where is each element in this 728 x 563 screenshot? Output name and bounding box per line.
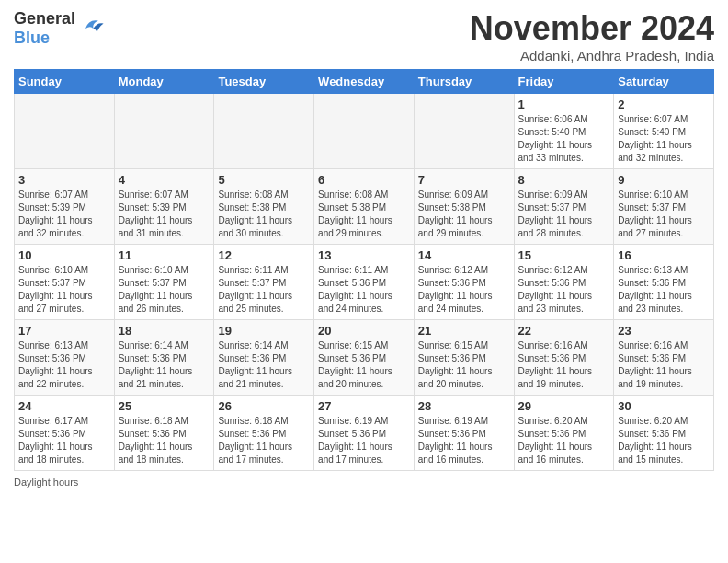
title-block: November 2024 Addanki, Andhra Pradesh, I… bbox=[470, 9, 714, 63]
header-cell-monday: Monday bbox=[114, 70, 214, 94]
day-number: 12 bbox=[218, 248, 310, 262]
day-info: Sunrise: 6:17 AM Sunset: 5:36 PM Dayligh… bbox=[18, 415, 110, 466]
header-cell-sunday: Sunday bbox=[15, 70, 115, 94]
day-cell: 14Sunrise: 6:12 AM Sunset: 5:36 PM Dayli… bbox=[414, 245, 514, 320]
day-cell: 8Sunrise: 6:09 AM Sunset: 5:37 PM Daylig… bbox=[514, 169, 614, 245]
day-cell bbox=[114, 94, 214, 169]
day-cell bbox=[214, 94, 314, 169]
day-number: 4 bbox=[119, 173, 210, 187]
day-cell: 15Sunrise: 6:12 AM Sunset: 5:36 PM Dayli… bbox=[514, 245, 614, 320]
day-cell: 19Sunrise: 6:14 AM Sunset: 5:36 PM Dayli… bbox=[214, 320, 314, 396]
day-info: Sunrise: 6:14 AM Sunset: 5:36 PM Dayligh… bbox=[218, 339, 310, 391]
day-cell: 28Sunrise: 6:19 AM Sunset: 5:36 PM Dayli… bbox=[414, 396, 514, 471]
logo: General Blue bbox=[14, 9, 105, 48]
day-info: Sunrise: 6:07 AM Sunset: 5:39 PM Dayligh… bbox=[18, 189, 110, 240]
day-cell: 25Sunrise: 6:18 AM Sunset: 5:36 PM Dayli… bbox=[114, 396, 214, 471]
week-row-3: 10Sunrise: 6:10 AM Sunset: 5:37 PM Dayli… bbox=[15, 245, 714, 320]
day-cell: 29Sunrise: 6:20 AM Sunset: 5:36 PM Dayli… bbox=[514, 396, 614, 471]
day-number: 20 bbox=[318, 324, 410, 338]
day-cell: 24Sunrise: 6:17 AM Sunset: 5:36 PM Dayli… bbox=[15, 396, 115, 471]
day-number: 6 bbox=[318, 173, 410, 187]
day-number: 5 bbox=[218, 173, 310, 187]
day-info: Sunrise: 6:19 AM Sunset: 5:36 PM Dayligh… bbox=[318, 415, 410, 466]
week-row-4: 17Sunrise: 6:13 AM Sunset: 5:36 PM Dayli… bbox=[15, 320, 714, 396]
day-cell: 21Sunrise: 6:15 AM Sunset: 5:36 PM Dayli… bbox=[414, 320, 514, 396]
day-cell: 2Sunrise: 6:07 AM Sunset: 5:40 PM Daylig… bbox=[614, 94, 714, 169]
day-number: 13 bbox=[318, 248, 410, 262]
day-number: 2 bbox=[618, 98, 710, 111]
day-info: Sunrise: 6:09 AM Sunset: 5:38 PM Dayligh… bbox=[418, 189, 510, 240]
month-title: November 2024 bbox=[470, 9, 714, 48]
day-info: Sunrise: 6:16 AM Sunset: 5:36 PM Dayligh… bbox=[618, 339, 710, 391]
header-cell-tuesday: Tuesday bbox=[214, 70, 314, 94]
day-number: 10 bbox=[18, 248, 110, 262]
day-cell: 22Sunrise: 6:16 AM Sunset: 5:36 PM Dayli… bbox=[514, 320, 614, 396]
calendar-table: SundayMondayTuesdayWednesdayThursdayFrid… bbox=[14, 69, 714, 471]
day-info: Sunrise: 6:20 AM Sunset: 5:36 PM Dayligh… bbox=[518, 415, 610, 466]
logo-blue: Blue bbox=[14, 29, 75, 48]
day-cell: 30Sunrise: 6:20 AM Sunset: 5:36 PM Dayli… bbox=[614, 396, 714, 471]
day-number: 15 bbox=[518, 248, 610, 262]
day-number: 22 bbox=[518, 324, 610, 338]
day-cell: 5Sunrise: 6:08 AM Sunset: 5:38 PM Daylig… bbox=[214, 169, 314, 245]
day-info: Sunrise: 6:12 AM Sunset: 5:36 PM Dayligh… bbox=[518, 264, 610, 316]
day-info: Sunrise: 6:16 AM Sunset: 5:36 PM Dayligh… bbox=[518, 339, 610, 391]
week-row-5: 24Sunrise: 6:17 AM Sunset: 5:36 PM Dayli… bbox=[15, 396, 714, 471]
day-number: 7 bbox=[418, 173, 510, 187]
day-info: Sunrise: 6:08 AM Sunset: 5:38 PM Dayligh… bbox=[218, 189, 310, 240]
day-info: Sunrise: 6:19 AM Sunset: 5:36 PM Dayligh… bbox=[418, 415, 510, 466]
day-info: Sunrise: 6:15 AM Sunset: 5:36 PM Dayligh… bbox=[318, 339, 410, 391]
day-number: 14 bbox=[418, 248, 510, 262]
day-number: 25 bbox=[119, 399, 210, 413]
header-cell-friday: Friday bbox=[514, 70, 614, 94]
logo-general: General bbox=[14, 9, 75, 29]
day-cell bbox=[314, 94, 415, 169]
day-cell: 13Sunrise: 6:11 AM Sunset: 5:36 PM Dayli… bbox=[314, 245, 415, 320]
logo-bird-icon bbox=[79, 16, 105, 41]
header-cell-saturday: Saturday bbox=[614, 70, 714, 94]
header: General Blue November 2024 Addanki, Andh… bbox=[14, 9, 714, 63]
day-number: 16 bbox=[618, 248, 710, 262]
day-info: Sunrise: 6:13 AM Sunset: 5:36 PM Dayligh… bbox=[18, 339, 110, 391]
day-info: Sunrise: 6:10 AM Sunset: 5:37 PM Dayligh… bbox=[18, 264, 110, 316]
day-number: 27 bbox=[318, 399, 410, 413]
footer-label: Daylight hours bbox=[14, 477, 78, 488]
header-cell-thursday: Thursday bbox=[414, 70, 514, 94]
day-cell: 18Sunrise: 6:14 AM Sunset: 5:36 PM Dayli… bbox=[114, 320, 214, 396]
day-number: 30 bbox=[618, 399, 710, 413]
day-number: 11 bbox=[119, 248, 210, 262]
footer: Daylight hours bbox=[14, 477, 714, 488]
day-number: 28 bbox=[418, 399, 510, 413]
day-info: Sunrise: 6:15 AM Sunset: 5:36 PM Dayligh… bbox=[418, 339, 510, 391]
day-number: 21 bbox=[418, 324, 510, 338]
day-cell: 10Sunrise: 6:10 AM Sunset: 5:37 PM Dayli… bbox=[15, 245, 115, 320]
day-cell bbox=[15, 94, 115, 169]
header-row: SundayMondayTuesdayWednesdayThursdayFrid… bbox=[15, 70, 714, 94]
day-info: Sunrise: 6:14 AM Sunset: 5:36 PM Dayligh… bbox=[119, 339, 210, 391]
day-number: 23 bbox=[618, 324, 710, 338]
day-cell: 4Sunrise: 6:07 AM Sunset: 5:39 PM Daylig… bbox=[114, 169, 214, 245]
day-cell: 6Sunrise: 6:08 AM Sunset: 5:38 PM Daylig… bbox=[314, 169, 415, 245]
day-number: 18 bbox=[119, 324, 210, 338]
day-cell: 1Sunrise: 6:06 AM Sunset: 5:40 PM Daylig… bbox=[514, 94, 614, 169]
day-cell: 20Sunrise: 6:15 AM Sunset: 5:36 PM Dayli… bbox=[314, 320, 415, 396]
day-info: Sunrise: 6:09 AM Sunset: 5:37 PM Dayligh… bbox=[518, 189, 610, 240]
day-number: 3 bbox=[18, 173, 110, 187]
day-number: 29 bbox=[518, 399, 610, 413]
day-info: Sunrise: 6:20 AM Sunset: 5:36 PM Dayligh… bbox=[618, 415, 710, 466]
day-cell: 12Sunrise: 6:11 AM Sunset: 5:37 PM Dayli… bbox=[214, 245, 314, 320]
day-number: 9 bbox=[618, 173, 710, 187]
day-info: Sunrise: 6:13 AM Sunset: 5:36 PM Dayligh… bbox=[618, 264, 710, 316]
day-number: 24 bbox=[18, 399, 110, 413]
day-info: Sunrise: 6:07 AM Sunset: 5:39 PM Dayligh… bbox=[119, 189, 210, 240]
day-info: Sunrise: 6:06 AM Sunset: 5:40 PM Dayligh… bbox=[518, 113, 610, 165]
week-row-1: 1Sunrise: 6:06 AM Sunset: 5:40 PM Daylig… bbox=[15, 94, 714, 169]
day-cell: 16Sunrise: 6:13 AM Sunset: 5:36 PM Dayli… bbox=[614, 245, 714, 320]
day-info: Sunrise: 6:18 AM Sunset: 5:36 PM Dayligh… bbox=[119, 415, 210, 466]
day-info: Sunrise: 6:11 AM Sunset: 5:36 PM Dayligh… bbox=[318, 264, 410, 316]
day-cell: 17Sunrise: 6:13 AM Sunset: 5:36 PM Dayli… bbox=[15, 320, 115, 396]
day-cell: 27Sunrise: 6:19 AM Sunset: 5:36 PM Dayli… bbox=[314, 396, 415, 471]
day-info: Sunrise: 6:11 AM Sunset: 5:37 PM Dayligh… bbox=[218, 264, 310, 316]
header-cell-wednesday: Wednesday bbox=[314, 70, 415, 94]
page: General Blue November 2024 Addanki, Andh… bbox=[0, 0, 728, 497]
